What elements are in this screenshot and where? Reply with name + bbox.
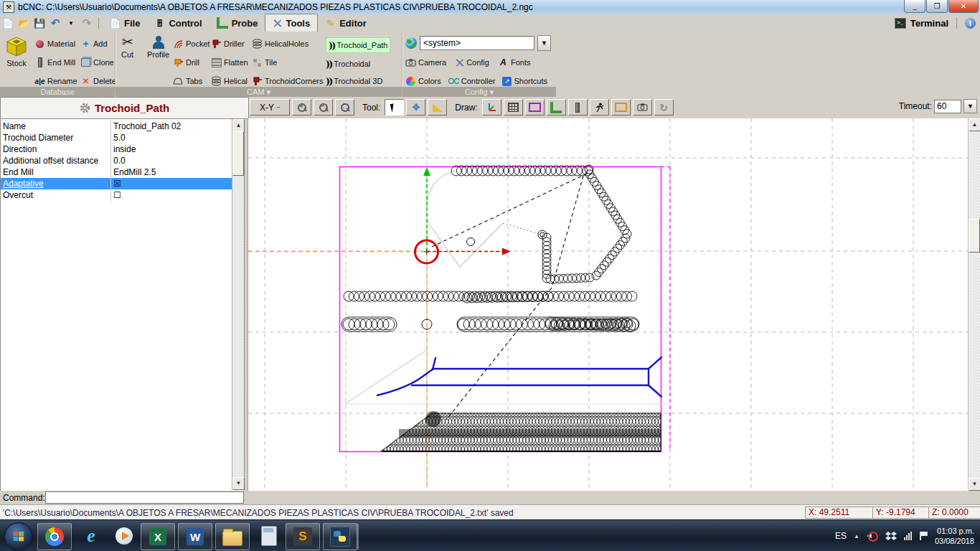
colors-button[interactable]: Colors <box>405 75 441 88</box>
save-file-icon[interactable]: 💾 <box>32 16 47 30</box>
system-dropdown-button[interactable]: ▼ <box>537 35 551 51</box>
network-signal-icon[interactable] <box>904 532 912 540</box>
property-row[interactable]: End MillEndMill 2.5 <box>1 166 232 178</box>
zoom-out-button[interactable]: − <box>314 99 333 116</box>
property-row[interactable]: NameTrochoid_Path 02 <box>1 121 232 132</box>
tab-editor[interactable]: ✎ Editor <box>318 14 374 32</box>
property-row[interactable]: Trochoid Diameter5.0 <box>1 132 232 143</box>
taskbar-sublime[interactable]: S <box>286 523 320 550</box>
taskbar-internet-explorer[interactable]: e <box>75 523 108 549</box>
tab-tools[interactable]: Tools <box>265 14 318 32</box>
config-button[interactable]: Config <box>455 56 489 69</box>
draw-margin-button[interactable] <box>525 99 545 116</box>
camera-button[interactable]: Camera <box>405 56 446 69</box>
canvas-vscrollbar[interactable]: ▲ ▼ <box>968 118 980 491</box>
undo-dropdown-icon[interactable]: ▼ <box>64 16 78 30</box>
maximize-button[interactable]: ❐ <box>926 0 948 13</box>
scroll-down-arrow[interactable]: ▼ <box>969 478 980 491</box>
dropbox-icon[interactable] <box>885 531 897 541</box>
fonts-button[interactable]: A Fonts <box>498 56 531 69</box>
zoom-in-button[interactable]: + <box>292 99 311 116</box>
clone-button[interactable]: Clone <box>80 56 116 69</box>
command-input[interactable] <box>45 491 244 504</box>
delete-button[interactable]: ✕ Delete <box>80 75 116 88</box>
group-label-config[interactable]: Config ▾ <box>402 87 556 97</box>
flatten-button[interactable]: Flatten <box>211 56 248 69</box>
trochoid-path-button[interactable]: )) Trochoid_Path <box>326 37 390 53</box>
system-combobox[interactable]: <system> <box>420 36 534 50</box>
scroll-up-arrow[interactable]: ▲ <box>969 118 980 131</box>
property-row[interactable]: Additional offset distance0.0 <box>1 155 232 166</box>
scroll-thumb[interactable] <box>232 131 244 176</box>
tile-button[interactable]: Tile <box>252 56 324 69</box>
draw-axes-button[interactable] <box>482 99 501 116</box>
helical-button[interactable]: Helical <box>211 75 248 88</box>
info-icon[interactable]: i <box>965 18 976 29</box>
drill-button[interactable]: Drill <box>173 56 210 69</box>
property-row[interactable]: Adaptative☒ <box>1 178 232 189</box>
close-button[interactable]: ✕ <box>948 0 979 13</box>
timeout-input[interactable]: 60 <box>934 100 961 113</box>
undo-icon[interactable]: ↶ <box>48 16 62 30</box>
redo-icon[interactable]: ↷ <box>80 16 94 30</box>
draw-rapid-button[interactable] <box>590 99 609 116</box>
draw-ruler-button[interactable] <box>547 99 566 116</box>
taskbar-python-app[interactable] <box>323 523 357 550</box>
property-row[interactable]: Directioninside <box>1 143 232 155</box>
pocket-button[interactable]: Pocket <box>173 37 210 50</box>
minimize-button[interactable]: _ <box>904 0 925 13</box>
taskbar-chrome[interactable] <box>37 523 72 550</box>
property-row[interactable]: Overcut☐ <box>1 189 232 201</box>
property-value[interactable]: ☒ <box>110 178 232 189</box>
measure-tool-button[interactable] <box>428 99 447 116</box>
group-label-cam[interactable]: CAM ▾ <box>116 87 402 97</box>
cut-button[interactable]: ✂ Cut <box>121 36 133 59</box>
tab-file[interactable]: 📄 File <box>103 14 147 32</box>
profile-button[interactable]: Profile <box>147 36 169 59</box>
material-button[interactable]: Material <box>34 37 77 50</box>
scroll-up-arrow[interactable]: ▲ <box>232 119 245 132</box>
property-value[interactable]: ☐ <box>110 189 232 201</box>
open-file-icon[interactable]: 📂 <box>17 16 31 30</box>
property-value[interactable]: inside <box>110 143 232 155</box>
draw-grid-button[interactable] <box>504 99 523 116</box>
stock-button[interactable]: Stock <box>4 36 29 67</box>
zoom-fit-button[interactable]: ⬚ <box>335 99 354 116</box>
taskbar-media-player[interactable] <box>108 523 141 549</box>
endmill-button[interactable]: End Mill <box>34 56 77 69</box>
tab-probe[interactable]: Probe <box>209 14 265 32</box>
tray-expand-icon[interactable]: ▲ <box>854 533 859 540</box>
taskbar-excel[interactable]: X <box>141 523 175 550</box>
controller-button[interactable]: Controller <box>448 75 496 88</box>
trochoidal-button[interactable]: )) Trochoidal <box>326 57 390 70</box>
add-button[interactable]: + Add <box>80 37 116 50</box>
draw-refresh-button[interactable]: ↻ <box>654 99 674 116</box>
helicalholes-button[interactable]: HelicalHoles <box>252 37 324 50</box>
language-indicator[interactable]: ES <box>835 531 847 541</box>
panel-scrollbar[interactable]: ▲ ▼ <box>232 119 244 490</box>
title-bar[interactable]: ⚒ bCNC: C:\Users\Usuario\Documents\A OBJ… <box>0 0 980 15</box>
shortcuts-button[interactable]: ↗ Shortcuts <box>502 75 547 88</box>
property-value[interactable]: EndMill 2.5 <box>110 166 232 178</box>
clock[interactable]: 01:03 p.m. 03/08/2018 <box>935 526 974 546</box>
tabs-button[interactable]: Tabs <box>173 75 210 88</box>
view-xy-button[interactable]: X-Y ⎯ <box>250 99 290 116</box>
trochoidal3d-button[interactable]: )) Trochoidal 3D <box>326 75 390 88</box>
rename-button[interactable]: a|e Rename <box>34 75 77 88</box>
timeout-dropdown-button[interactable]: ▼ <box>963 99 977 113</box>
select-tool-button[interactable] <box>385 99 404 116</box>
new-file-icon[interactable]: 📄 <box>1 16 15 30</box>
start-button[interactable] <box>4 522 33 551</box>
tab-control[interactable]: 🎚 Control <box>147 14 209 32</box>
group-label-database[interactable]: Database <box>0 87 115 97</box>
property-value[interactable]: Trochoid_Path 02 <box>110 121 232 132</box>
property-value[interactable]: 0.0 <box>110 155 232 166</box>
action-center-flag-icon[interactable] <box>919 532 928 540</box>
scroll-down-arrow[interactable]: ▼ <box>232 477 245 490</box>
draw-workarea-button[interactable] <box>611 99 631 116</box>
draw-endmill-button[interactable] <box>568 99 588 116</box>
pan-tool-button[interactable]: ✥ <box>406 99 425 116</box>
scroll-thumb[interactable] <box>969 219 980 253</box>
draw-camera-button[interactable] <box>633 99 652 116</box>
trochoidcorners-button[interactable]: TrochoidCorners <box>252 75 324 88</box>
